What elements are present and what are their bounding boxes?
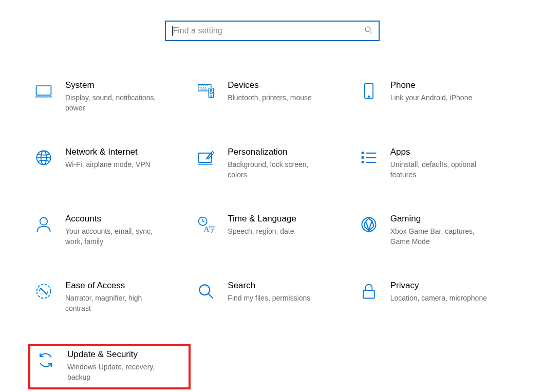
svg-rect-31 bbox=[361, 161, 364, 163]
tile-desc: Narrator, magnifier, high contrast bbox=[65, 293, 163, 313]
tile-title: Ease of Access bbox=[65, 280, 163, 291]
tile-title: Accounts bbox=[65, 213, 163, 225]
tile-desc: Display, sound, notifications, power bbox=[65, 92, 163, 113]
settings-home: System Display, sound, notifications, po… bbox=[0, 0, 544, 389]
tile-search[interactable]: Search Find my files, permissions bbox=[191, 277, 353, 319]
tile-desc: Speech, region, date bbox=[228, 226, 296, 236]
tile-desc: Wi-Fi, airplane mode, VPN bbox=[65, 159, 151, 170]
tile-desc: Location, camera, microphone bbox=[390, 293, 487, 303]
svg-rect-2 bbox=[36, 86, 51, 95]
tile-title: Gaming bbox=[390, 213, 488, 225]
tile-desc: Uninstall, defaults, optional features bbox=[390, 159, 488, 180]
svg-rect-42 bbox=[363, 290, 374, 298]
tile-accounts[interactable]: Accounts Your accounts, email, sync, wor… bbox=[28, 211, 191, 252]
tile-devices[interactable]: Devices Bluetooth, printers, mouse bbox=[191, 77, 353, 118]
search-input[interactable] bbox=[173, 26, 364, 35]
svg-text:字: 字 bbox=[209, 226, 216, 233]
tile-privacy[interactable]: Privacy Location, camera, microphone bbox=[353, 277, 516, 319]
tile-network[interactable]: Network & Internet Wi-Fi, airplane mode,… bbox=[28, 144, 191, 185]
phone-icon bbox=[359, 81, 379, 101]
tile-text: Time & Language Speech, region, date bbox=[228, 213, 296, 236]
privacy-icon bbox=[359, 281, 379, 302]
tile-text: Update & Security Windows Update, recove… bbox=[67, 349, 165, 382]
personalization-icon bbox=[196, 147, 216, 168]
devices-icon bbox=[196, 81, 216, 101]
tile-title: Personalization bbox=[228, 146, 325, 158]
tile-desc: Link your Android, iPhone bbox=[390, 92, 473, 103]
tile-text: Apps Uninstall, defaults, optional featu… bbox=[390, 146, 488, 180]
accounts-icon bbox=[33, 214, 54, 235]
settings-grid: System Display, sound, notifications, po… bbox=[0, 77, 544, 389]
tile-text: Search Find my files, permissions bbox=[228, 280, 310, 303]
tile-phone[interactable]: Phone Link your Android, iPhone bbox=[353, 77, 516, 118]
tile-text: Ease of Access Narrator, magnifier, high… bbox=[65, 280, 163, 313]
text-cursor bbox=[172, 26, 173, 36]
tile-desc: Find my files, permissions bbox=[228, 293, 310, 303]
tile-title: Time & Language bbox=[228, 213, 296, 225]
search-box[interactable] bbox=[165, 21, 380, 41]
svg-line-1 bbox=[370, 31, 372, 33]
time-language-icon: A 字 bbox=[196, 214, 216, 235]
tile-desc: Your accounts, email, sync, work, family bbox=[65, 226, 163, 247]
svg-line-35 bbox=[203, 221, 205, 222]
tile-title: Search bbox=[228, 280, 310, 291]
tile-title: Apps bbox=[390, 146, 488, 158]
magnify-icon bbox=[196, 281, 216, 302]
tile-update-security[interactable]: Update & Security Windows Update, recove… bbox=[28, 344, 191, 389]
search-icon bbox=[364, 26, 372, 36]
system-icon bbox=[33, 81, 54, 101]
svg-point-40 bbox=[200, 285, 210, 295]
svg-rect-29 bbox=[361, 152, 364, 154]
tile-system[interactable]: System Display, sound, notifications, po… bbox=[28, 77, 191, 118]
apps-icon bbox=[359, 147, 379, 168]
svg-point-0 bbox=[365, 27, 370, 32]
svg-rect-30 bbox=[361, 156, 364, 159]
tile-title: Network & Internet bbox=[65, 146, 151, 158]
gaming-icon bbox=[359, 214, 379, 235]
tile-text: Phone Link your Android, iPhone bbox=[390, 80, 473, 103]
tile-title: Devices bbox=[228, 80, 311, 91]
tile-personalization[interactable]: Personalization Background, lock screen,… bbox=[191, 144, 353, 185]
search-wrapper bbox=[0, 21, 544, 41]
svg-point-20 bbox=[368, 96, 369, 98]
svg-point-32 bbox=[40, 218, 47, 225]
tile-text: Accounts Your accounts, email, sync, wor… bbox=[65, 213, 163, 247]
tile-text: Privacy Location, camera, microphone bbox=[390, 280, 487, 303]
network-icon bbox=[33, 147, 54, 168]
tile-desc: Bluetooth, printers, mouse bbox=[228, 92, 311, 103]
tile-text: System Display, sound, notifications, po… bbox=[65, 80, 163, 113]
tile-text: Network & Internet Wi-Fi, airplane mode,… bbox=[65, 146, 151, 170]
tile-text: Gaming Xbox Game Bar, captures, Game Mod… bbox=[390, 213, 488, 247]
tile-title: Update & Security bbox=[67, 349, 165, 360]
tile-title: Privacy bbox=[390, 280, 487, 291]
tile-text: Devices Bluetooth, printers, mouse bbox=[228, 80, 311, 103]
tile-ease-of-access[interactable]: Ease of Access Narrator, magnifier, high… bbox=[28, 277, 191, 319]
tile-apps[interactable]: Apps Uninstall, defaults, optional featu… bbox=[353, 144, 516, 185]
update-security-icon bbox=[35, 350, 56, 370]
tile-title: System bbox=[65, 80, 163, 91]
svg-line-41 bbox=[209, 294, 213, 298]
tile-desc: Windows Update, recovery, backup bbox=[67, 362, 165, 382]
tile-gaming[interactable]: Gaming Xbox Game Bar, captures, Game Mod… bbox=[353, 211, 516, 252]
tile-desc: Background, lock screen, colors bbox=[228, 159, 325, 180]
tile-desc: Xbox Game Bar, captures, Game Mode bbox=[390, 226, 488, 247]
tile-title: Phone bbox=[390, 80, 473, 91]
tile-text: Personalization Background, lock screen,… bbox=[228, 146, 325, 180]
tile-time-language[interactable]: A 字 Time & Language Speech, region, date bbox=[191, 211, 353, 252]
ease-of-access-icon bbox=[33, 281, 54, 302]
